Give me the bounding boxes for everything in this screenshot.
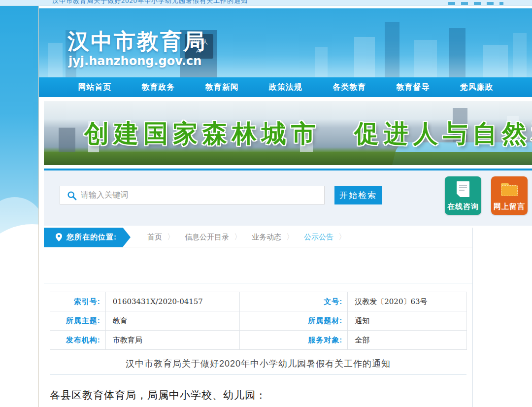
breadcrumb: 您所在的位置: 首页 〉 信息公开目录 〉 业务动态 〉 公示公告 〉 — [44, 228, 472, 247]
nav-item-party[interactable]: 党风廉政 — [460, 82, 494, 93]
banner-building — [59, 128, 75, 153]
meta-value: 汉教发〔2020〕63号 — [348, 292, 467, 311]
header-photo: 中国人寿 汉中市教育局 jyj.hanzhong.gov.cn — [39, 8, 532, 77]
chevron-right-icon: 〉 — [167, 232, 175, 242]
breadcrumb-location-tag: 您所在的位置: — [44, 228, 131, 247]
panel-spacer — [44, 247, 472, 283]
breadcrumb-item-home[interactable]: 首页 — [147, 233, 162, 242]
meta-value: 通知 — [348, 311, 467, 331]
nav-item-policy[interactable]: 政策法规 — [269, 82, 302, 93]
search-icon — [67, 191, 77, 201]
chevron-right-icon: 〉 — [338, 232, 346, 242]
search-section: 开始检索 在线咨询 网上留言 — [44, 170, 532, 226]
meta-label: 服务对象: — [239, 331, 348, 350]
online-message-label: 网上留言 — [491, 202, 528, 211]
nav-item-home[interactable]: 网站首页 — [78, 82, 111, 93]
meta-label: 发布机构: — [50, 331, 106, 350]
chevron-right-icon: 〉 — [234, 232, 242, 242]
nav-item-gov-affairs[interactable]: 教育政务 — [142, 82, 175, 93]
nav-item-supervision[interactable]: 教育督导 — [397, 82, 430, 93]
breadcrumb-items: 首页 〉 信息公开目录 〉 业务动态 〉 公示公告 〉 — [147, 232, 356, 242]
document-title: 汉中市教育局关于做好2020年中小学幼儿园暑假有关工作的通知 — [50, 358, 466, 375]
online-message-button[interactable]: 网上留言 — [491, 176, 528, 215]
table-row: 发布机构: 市教育局 服务对象: 全部 — [50, 331, 467, 350]
search-button[interactable]: 开始检索 — [334, 186, 382, 204]
banner-trees — [44, 152, 532, 165]
site-url: jyj.hanzhong.gov.cn — [68, 54, 201, 68]
location-pin-icon — [56, 233, 62, 241]
top-clipped-strip: 汉中市教育局关于做好2020年中小学幼儿园暑假有关工作的通知 — [0, 0, 532, 6]
banner-slogan-left: 创建国家森林城市 — [84, 117, 321, 150]
chevron-right-icon: 〉 — [286, 232, 294, 242]
document-meta-table: 索引号: 01603431X/2020-04157 文号: 汉教发〔2020〕6… — [50, 292, 467, 350]
meta-label: 所属主题: — [50, 311, 106, 331]
main-nav: 网站首页 教育政务 教育新闻 政策法规 各类教育 教育督导 党风廉政 — [39, 77, 532, 97]
table-row: 所属主题: 教育 所属题材: 通知 — [50, 311, 467, 331]
online-consult-label: 在线咨询 — [445, 202, 481, 211]
meta-label: 索引号: — [50, 292, 106, 311]
main-container: 中国人寿 汉中市教育局 jyj.hanzhong.gov.cn 网站首页 教育政… — [38, 6, 532, 407]
meta-label: 所属题材: — [239, 311, 348, 331]
search-input[interactable] — [81, 186, 317, 204]
meta-value: 教育 — [105, 311, 239, 331]
meta-value: 市教育局 — [105, 331, 239, 350]
banner-slogan-right: 促进人与自然和谐 — [354, 117, 532, 150]
nav-item-education[interactable]: 各类教育 — [332, 82, 366, 93]
table-row: 索引号: 01603431X/2020-04157 文号: 汉教发〔2020〕6… — [50, 292, 467, 311]
document-body-first-line: 各县区教育体育局，局属中小学校、幼儿园： — [50, 388, 466, 403]
meta-label: 文号: — [239, 292, 348, 311]
meta-value: 全部 — [348, 331, 467, 350]
nav-item-news[interactable]: 教育新闻 — [205, 82, 239, 93]
banner-photo: 创建国家森林城市 促进人与自然和谐 — [44, 101, 532, 165]
article-panel: 您所在的位置: 首页 〉 信息公开目录 〉 业务动态 〉 公示公告 〉 索引号: — [44, 228, 473, 407]
clipped-page-title: 汉中市教育局关于做好2020年中小学幼儿园暑假有关工作的通知 — [52, 0, 248, 5]
document-icon — [457, 181, 469, 197]
folder-icon — [501, 183, 518, 196]
breadcrumb-item-business[interactable]: 业务动态 — [252, 233, 281, 242]
breadcrumb-item-announcements[interactable]: 公示公告 — [304, 233, 333, 242]
breadcrumb-label: 您所在的位置: — [66, 233, 117, 242]
page: 汉中市教育局关于做好2020年中小学幼儿园暑假有关工作的通知 中国人寿 汉中市教… — [0, 0, 532, 407]
search-box — [60, 186, 325, 204]
online-consult-button[interactable]: 在线咨询 — [445, 176, 481, 215]
clipped-top-right-text — [448, 2, 503, 5]
meta-value: 01603431X/2020-04157 — [105, 292, 239, 311]
breadcrumb-item-info-catalog[interactable]: 信息公开目录 — [185, 233, 229, 242]
site-logo[interactable]: 汉中市教育局 — [67, 27, 206, 56]
